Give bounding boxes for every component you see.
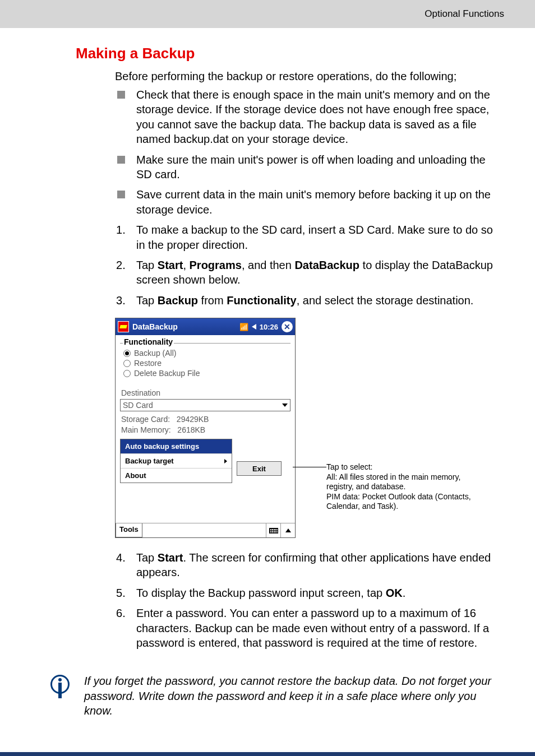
- list-item: Make sure the main unit's power is off w…: [115, 152, 504, 182]
- note-text: If you forget the password, you cannot r…: [84, 674, 504, 718]
- radio-icon: [123, 370, 131, 377]
- text: , and then: [242, 259, 295, 271]
- titlebar: DataBackup 📶 10:26 ✕: [116, 318, 295, 335]
- destination-select[interactable]: SD Card: [120, 399, 290, 411]
- text: , and select the storage destination.: [297, 294, 474, 307]
- list-item: Tap Backup from Functionality, and selec…: [115, 293, 504, 308]
- status-area[interactable]: 📶 10:26: [239, 323, 278, 331]
- text: . The screen for confirming that other a…: [136, 551, 491, 578]
- page-content: Making a Backup Before performing the ba…: [0, 28, 535, 667]
- bold-text: Start: [158, 551, 183, 564]
- list-item: To display the Backup password input scr…: [115, 586, 504, 600]
- text: To display the Backup password input scr…: [136, 587, 386, 599]
- app-icon: [118, 321, 129, 332]
- text: from: [198, 294, 227, 307]
- bold-text: Backup: [158, 294, 198, 307]
- intro-text: Before performing the backup or restore …: [115, 70, 504, 83]
- functionality-group: Functionality Backup (All) Restore Delet…: [120, 343, 290, 378]
- text: ,: [183, 259, 189, 271]
- list-item: To make a backup to the SD card, insert …: [115, 222, 504, 252]
- section-title: Making a Backup: [76, 45, 504, 62]
- callout-line-2: All: All files stored in the main memory…: [326, 472, 472, 492]
- bold-text: Programs: [190, 259, 242, 271]
- text: Tap: [136, 551, 158, 564]
- page-footer: User's Manual 8-11: [0, 752, 535, 756]
- list-item: Enter a password. You can enter a passwo…: [115, 606, 504, 650]
- page-header: Optional Functions: [0, 0, 535, 28]
- list-item: Tap Start. The screen for confirming tha…: [115, 550, 504, 580]
- text: Tap: [136, 294, 158, 307]
- radio-restore[interactable]: Restore: [120, 358, 290, 368]
- radio-icon: [123, 360, 131, 367]
- callout-leader-line: [293, 467, 326, 467]
- breadcrumb: Optional Functions: [425, 8, 504, 20]
- tools-menu: Auto backup settings Backup target About: [120, 439, 232, 483]
- list-item: Save current data in the main unit's mem…: [115, 187, 504, 217]
- screen-body: Functionality Backup (All) Restore Delet…: [116, 335, 295, 523]
- soft-key-bar: Tools: [116, 523, 295, 537]
- bold-text: OK: [386, 587, 403, 599]
- menu-about[interactable]: About: [121, 469, 232, 483]
- callout-line-1: Tap to select:: [326, 462, 472, 472]
- bold-text: DataBackup: [294, 259, 359, 271]
- close-icon[interactable]: ✕: [282, 321, 293, 332]
- screenshot-row: DataBackup 📶 10:26 ✕ Functionality Backu…: [115, 318, 504, 538]
- group-legend: Functionality: [123, 337, 174, 346]
- speaker-icon: [252, 324, 256, 330]
- app-title: DataBackup: [132, 322, 239, 331]
- steps-list-a: To make a backup to the SD card, insert …: [115, 222, 504, 308]
- info-icon: [50, 675, 74, 694]
- chevron-down-icon: [282, 403, 288, 407]
- storage-card-info: Storage Card: 29429KB: [121, 415, 290, 424]
- text: Tap: [136, 259, 158, 271]
- chevron-right-icon: [224, 459, 227, 463]
- device-screenshot: DataBackup 📶 10:26 ✕ Functionality Backu…: [115, 318, 296, 538]
- list-item: Tap Start, Programs, and then DataBackup…: [115, 258, 504, 287]
- value: 29429KB: [177, 415, 209, 424]
- exit-button[interactable]: Exit: [237, 461, 282, 476]
- bold-text: Start: [158, 259, 183, 271]
- radio-backup-all[interactable]: Backup (All): [120, 348, 290, 358]
- destination-label: Destination: [121, 388, 290, 397]
- signal-icon: 📶: [239, 323, 248, 331]
- menu-auto-backup[interactable]: Auto backup settings: [121, 439, 232, 454]
- value: 2618KB: [177, 425, 205, 434]
- note-block: If you forget the password, you cannot r…: [50, 674, 504, 718]
- keyboard-icon[interactable]: [266, 523, 280, 537]
- callout-text: Tap to select: All: All files stored in …: [326, 462, 472, 512]
- radio-label: Backup (All): [134, 349, 176, 358]
- select-value: SD Card: [123, 401, 153, 410]
- main-memory-info: Main Memory: 2618KB: [121, 425, 290, 434]
- callout-line-3: PIM data: Pocket Outlook data (Contacts,…: [326, 492, 472, 512]
- menu-label: Backup target: [125, 457, 174, 465]
- radio-icon: [123, 350, 131, 357]
- bold-text: Functionality: [227, 294, 296, 307]
- radio-delete[interactable]: Delete Backup File: [120, 368, 290, 378]
- tools-button[interactable]: Tools: [116, 523, 142, 537]
- menu-backup-target[interactable]: Backup target: [121, 454, 232, 469]
- steps-list-b: Tap Start. The screen for confirming tha…: [115, 550, 504, 650]
- radio-label: Delete Backup File: [134, 369, 200, 378]
- list-item: Check that there is enough space in the …: [115, 87, 504, 147]
- up-arrow-icon[interactable]: [280, 523, 295, 537]
- clock: 10:26: [260, 323, 278, 331]
- label: Main Memory:: [121, 425, 171, 434]
- precondition-list: Check that there is enough space in the …: [115, 87, 504, 217]
- text: .: [403, 587, 406, 599]
- radio-label: Restore: [134, 359, 162, 368]
- label: Storage Card:: [121, 415, 170, 424]
